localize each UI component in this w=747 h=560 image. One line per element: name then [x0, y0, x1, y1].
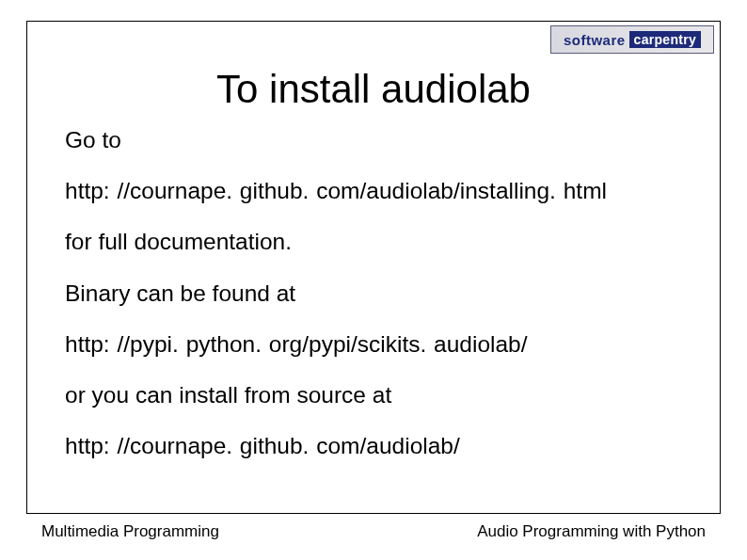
body-line-3: for full documentation.: [65, 229, 686, 255]
logo-text-carpentry: carpentry: [629, 31, 702, 48]
slide-frame: software carpentry To install audiolab G…: [26, 21, 721, 514]
body-line-6: or you can install from source at: [65, 382, 686, 408]
slide: software carpentry To install audiolab G…: [0, 0, 747, 560]
slide-body: Go to http: //cournape. github. com/audi…: [65, 127, 686, 484]
body-line-2-url: http: //cournape. github. com/audiolab/i…: [65, 178, 686, 204]
slide-title: To install audiolab: [27, 67, 720, 112]
body-line-7-url: http: //cournape. github. com/audiolab/: [65, 433, 686, 459]
software-carpentry-logo: software carpentry: [550, 25, 714, 54]
body-line-5-url: http: //pypi. python. org/pypi/scikits. …: [65, 331, 686, 358]
footer-right: Audio Programming with Python: [477, 522, 706, 541]
body-line-4: Binary can be found at: [65, 280, 686, 307]
footer-left: Multimedia Programming: [41, 522, 219, 541]
body-line-1: Go to: [65, 127, 686, 153]
logo-text-software: software: [564, 32, 626, 48]
